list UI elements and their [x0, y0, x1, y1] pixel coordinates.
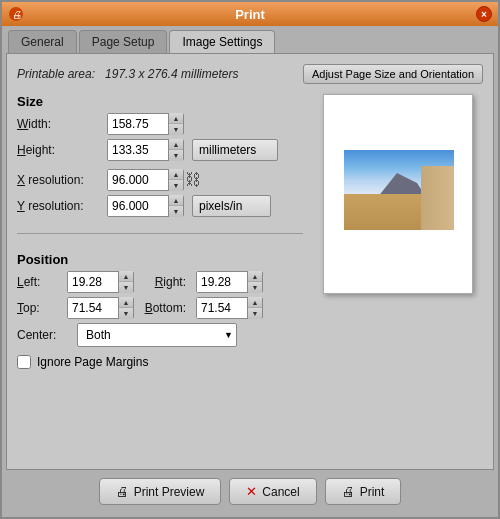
image-settings-panel: Printable area: 197.3 x 276.4 millimeter… [6, 53, 494, 470]
print-dialog: 🖨 Print × General Page Setup Image Setti… [0, 0, 500, 519]
x-resolution-row: X resolution: ▲ ▼ ⛓ [17, 169, 303, 191]
photo-wall [421, 166, 454, 230]
left-input[interactable] [68, 272, 118, 292]
print-preview-button[interactable]: 🖨 Print Preview [99, 478, 222, 505]
width-arrows: ▲ ▼ [168, 113, 183, 135]
bottom-label: Bottom: [140, 301, 186, 315]
left-right-row: Left: ▲ ▼ Right: ▲ [17, 271, 303, 293]
width-label: Width: [17, 117, 107, 131]
width-down-arrow[interactable]: ▼ [169, 124, 183, 135]
cancel-button[interactable]: ✕ Cancel [229, 478, 316, 505]
tab-general[interactable]: General [8, 30, 77, 53]
xres-down-arrow[interactable]: ▼ [169, 180, 183, 191]
top-up-arrow[interactable]: ▲ [119, 297, 133, 308]
svg-text:🖨: 🖨 [12, 9, 22, 20]
right-label: Right: [140, 275, 186, 289]
width-up-arrow[interactable]: ▲ [169, 113, 183, 124]
top-down-arrow[interactable]: ▼ [119, 308, 133, 319]
printable-area-label: Printable area: [17, 67, 95, 81]
print-preview-icon: 🖨 [116, 484, 129, 499]
window-title: Print [24, 7, 476, 22]
width-row: Width: ▲ ▼ [17, 113, 303, 135]
top-label: Top: [17, 301, 61, 315]
res-unit-select-wrapper: pixels/in pixels/cm [192, 195, 271, 217]
preview-paper [323, 94, 473, 294]
right-down-arrow[interactable]: ▼ [248, 282, 262, 293]
right-up-arrow[interactable]: ▲ [248, 271, 262, 282]
size-section-title: Size [17, 94, 303, 109]
left-panel: Size Width: ▲ ▼ [17, 94, 303, 459]
width-spinbox: ▲ ▼ [107, 113, 184, 135]
y-resolution-arrows: ▲ ▼ [168, 195, 183, 217]
y-resolution-input[interactable] [108, 196, 168, 216]
top-spinbox: ▲ ▼ [67, 297, 134, 319]
main-area: Size Width: ▲ ▼ [17, 94, 483, 459]
printable-area-row: Printable area: 197.3 x 276.4 millimeter… [17, 64, 483, 84]
print-label: Print [360, 485, 385, 499]
ignore-margins-label: Ignore Page Margins [37, 355, 148, 369]
preview-image [344, 150, 454, 230]
top-input[interactable] [68, 298, 118, 318]
height-input[interactable] [108, 140, 168, 160]
left-up-arrow[interactable]: ▲ [119, 271, 133, 282]
link-icon: ⛓ [186, 170, 200, 190]
height-arrows: ▲ ▼ [168, 139, 183, 161]
res-unit-select[interactable]: pixels/in pixels/cm [192, 195, 271, 217]
right-input[interactable] [197, 272, 247, 292]
app-icon: 🖨 [8, 6, 24, 22]
bottom-spinbox: ▲ ▼ [196, 297, 263, 319]
height-down-arrow[interactable]: ▼ [169, 150, 183, 161]
left-arrows: ▲ ▼ [118, 271, 133, 293]
unit-select-wrapper: millimeters inches pixels [192, 139, 278, 161]
center-select[interactable]: Both None Horizontally Vertically [77, 323, 237, 347]
tab-page-setup[interactable]: Page Setup [79, 30, 168, 53]
bottom-input[interactable] [197, 298, 247, 318]
center-label: Center: [17, 328, 77, 342]
bottom-up-arrow[interactable]: ▲ [248, 297, 262, 308]
size-section: Size Width: ▲ ▼ [17, 94, 303, 221]
height-up-arrow[interactable]: ▲ [169, 139, 183, 150]
print-preview-label: Print Preview [134, 485, 205, 499]
height-spinbox: ▲ ▼ [107, 139, 184, 161]
separator [17, 233, 303, 234]
center-select-wrapper: Both None Horizontally Vertically ▼ [77, 323, 237, 347]
x-resolution-arrows: ▲ ▼ [168, 169, 183, 191]
top-bottom-row: Top: ▲ ▼ Bottom: ▲ [17, 297, 303, 319]
top-arrows: ▲ ▼ [118, 297, 133, 319]
height-row: Height: ▲ ▼ millimeters [17, 139, 303, 161]
right-spinbox: ▲ ▼ [196, 271, 263, 293]
tab-image-settings[interactable]: Image Settings [169, 30, 275, 53]
y-resolution-spinbox: ▲ ▼ [107, 195, 184, 217]
cancel-label: Cancel [262, 485, 299, 499]
close-button[interactable]: × [476, 6, 492, 22]
print-button[interactable]: 🖨 Print [325, 478, 402, 505]
yres-down-arrow[interactable]: ▼ [169, 206, 183, 217]
printable-area-value: 197.3 x 276.4 millimeters [105, 67, 238, 81]
adjust-page-size-button[interactable]: Adjust Page Size and Orientation [303, 64, 483, 84]
right-arrows: ▲ ▼ [247, 271, 262, 293]
y-resolution-row: Y resolution: ▲ ▼ pixels/in [17, 195, 303, 217]
left-down-arrow[interactable]: ▼ [119, 282, 133, 293]
yres-up-arrow[interactable]: ▲ [169, 195, 183, 206]
center-row: Center: Both None Horizontally Verticall… [17, 323, 303, 347]
width-input[interactable] [108, 114, 168, 134]
titlebar: 🖨 Print × [2, 2, 498, 26]
y-resolution-label: Y resolution: [17, 199, 107, 213]
ignore-margins-checkbox[interactable] [17, 355, 31, 369]
preview-panel [313, 94, 483, 459]
xres-up-arrow[interactable]: ▲ [169, 169, 183, 180]
cancel-icon: ✕ [246, 484, 257, 499]
x-resolution-label: X resolution: [17, 173, 107, 187]
print-icon: 🖨 [342, 484, 355, 499]
x-resolution-spinbox: ▲ ▼ [107, 169, 184, 191]
ignore-margins-row: Ignore Page Margins [17, 355, 303, 369]
unit-select[interactable]: millimeters inches pixels [192, 139, 278, 161]
height-label: Height: [17, 143, 107, 157]
footer: 🖨 Print Preview ✕ Cancel 🖨 Print [6, 470, 494, 513]
x-resolution-input[interactable] [108, 170, 168, 190]
printable-area-text: Printable area: 197.3 x 276.4 millimeter… [17, 67, 238, 81]
bottom-arrows: ▲ ▼ [247, 297, 262, 319]
left-label: Left: [17, 275, 61, 289]
left-spinbox: ▲ ▼ [67, 271, 134, 293]
bottom-down-arrow[interactable]: ▼ [248, 308, 262, 319]
